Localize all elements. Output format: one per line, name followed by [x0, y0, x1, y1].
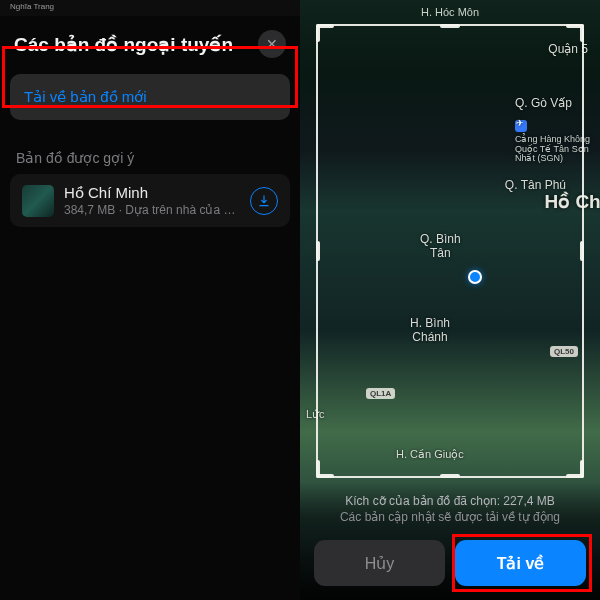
map-label-binhtan: Q. Bình Tân	[420, 232, 461, 260]
map-text-block: Hồ Chí Minh 384,7 MB · Dựa trên nhà của …	[64, 184, 240, 217]
map-thumbnail	[22, 185, 54, 217]
map-footer: Kích cỡ của bản đồ đã chọn: 227,4 MB Các…	[300, 482, 600, 600]
current-location-dot	[468, 270, 482, 284]
map-label-govap: Q. Gò Vấp	[515, 96, 572, 110]
map-label-cangio: H. Cần Giuộc	[396, 448, 464, 461]
panel-header: Các bản đồ ngoại tuyến ✕	[0, 16, 300, 74]
airport-icon	[515, 120, 527, 132]
map-label-binhchanh: H. Bình Chánh	[410, 316, 450, 344]
map-top-locality: H. Hóc Môn	[421, 6, 479, 18]
route-badge-ql50: QL50	[550, 346, 578, 357]
map-city-meta: 384,7 MB · Dựa trên nhà của bạn	[64, 203, 240, 217]
download-button[interactable]: Tải về	[455, 540, 586, 586]
offline-maps-panel: Nghĩa Trang Các bản đồ ngoại tuyến ✕ Tải…	[0, 0, 300, 600]
map-label-quan5: Quận 5	[548, 42, 588, 56]
map-label-binhluc: Lức	[306, 408, 325, 421]
suggested-map-row[interactable]: Hồ Chí Minh 384,7 MB · Dựa trên nhà của …	[10, 174, 290, 227]
auto-update-label: Các bản cập nhật sẽ được tải về tự động	[314, 510, 586, 524]
map-area-panel: H. Hóc Môn Quận 5 Q. Gò Vấp Cảng Hàng Kh…	[300, 0, 600, 600]
status-locality: Nghĩa Trang	[10, 2, 54, 11]
suggested-maps-list: Hồ Chí Minh 384,7 MB · Dựa trên nhà của …	[10, 174, 290, 227]
map-airport-label: Cảng Hàng Không Quốc Tế Tân Sơn Nhất (SG…	[515, 120, 590, 164]
selection-size-label: Kích cỡ của bản đồ đã chọn: 227,4 MB	[314, 494, 586, 508]
status-strip: Nghĩa Trang	[0, 0, 300, 16]
map-city-name: Hồ Chí Minh	[64, 184, 240, 202]
footer-button-row: Hủy Tải về	[314, 540, 586, 586]
airport-text: Cảng Hàng Không Quốc Tế Tân Sơn Nhất (SG…	[515, 134, 590, 163]
panel-title: Các bản đồ ngoại tuyến	[14, 33, 233, 56]
download-new-map-row[interactable]: Tải về bản đồ mới	[10, 74, 290, 120]
download-icon	[257, 194, 271, 208]
cancel-button[interactable]: Hủy	[314, 540, 445, 586]
map-city-big: Hồ Chí	[544, 190, 600, 213]
route-badge-ql1a: QL1A	[366, 388, 395, 399]
actions-list: Tải về bản đồ mới	[10, 74, 290, 120]
close-button[interactable]: ✕	[258, 30, 286, 58]
close-icon: ✕	[266, 36, 278, 52]
suggested-maps-label: Bản đồ được gợi ý	[0, 120, 300, 174]
download-suggested-button[interactable]	[250, 187, 278, 215]
